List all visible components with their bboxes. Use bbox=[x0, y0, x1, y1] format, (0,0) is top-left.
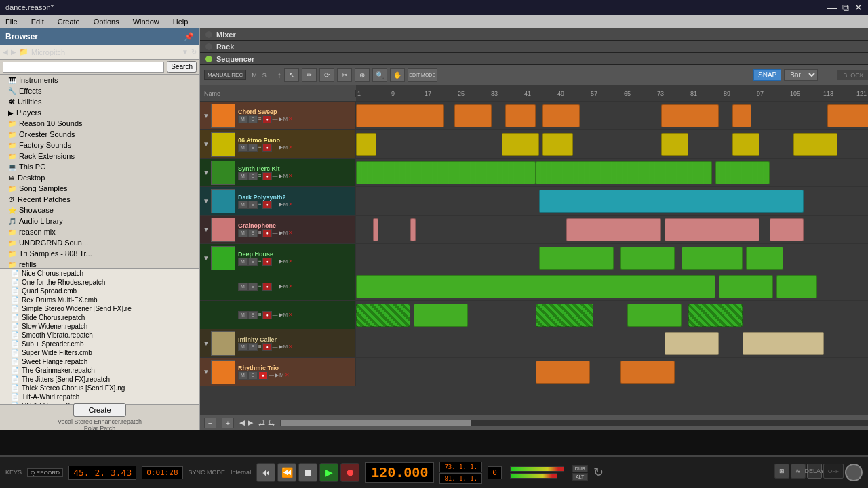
zoom-in-btn[interactable]: + bbox=[222, 418, 234, 428]
clip[interactable] bbox=[746, 247, 783, 270]
clip[interactable] bbox=[620, 361, 675, 384]
track-lane[interactable] bbox=[356, 272, 868, 300]
browser-pin-icon[interactable]: 📌 bbox=[184, 32, 194, 41]
track-vol-icon[interactable]: ≡ bbox=[258, 201, 262, 207]
nav-right-btn[interactable]: ▶ bbox=[248, 418, 253, 427]
track-fold-icon[interactable]: ▼ bbox=[203, 169, 210, 176]
track-solo-btn[interactable]: S bbox=[248, 343, 258, 351]
track-x[interactable]: ✕ bbox=[288, 144, 293, 150]
track-fold-icon[interactable]: ▼ bbox=[203, 226, 210, 233]
track-mute-label[interactable]: M bbox=[283, 230, 288, 236]
track-fold-icon[interactable]: ▼ bbox=[203, 112, 210, 119]
sidebar-item-showcase[interactable]: ⭐ Showcase bbox=[0, 205, 199, 216]
clip[interactable] bbox=[505, 104, 536, 127]
rack-title[interactable]: Rack bbox=[216, 43, 234, 51]
track-x[interactable]: ✕ bbox=[288, 230, 293, 236]
sidebar-item-factory[interactable]: 📁 Factory Sounds bbox=[0, 140, 199, 150]
rewind-to-start-btn[interactable]: ⏮ bbox=[256, 463, 275, 482]
transport-extra-btn2[interactable]: ≋ bbox=[791, 464, 806, 479]
track-vol-icon[interactable]: ≡ bbox=[258, 312, 262, 318]
clip[interactable] bbox=[536, 361, 590, 384]
dub-btn[interactable]: DUB bbox=[572, 465, 588, 472]
track-record-btn[interactable]: ● bbox=[258, 371, 268, 380]
track-mute-label[interactable]: M bbox=[283, 173, 288, 179]
clip[interactable] bbox=[536, 304, 593, 327]
menu-options[interactable]: Options bbox=[91, 18, 122, 26]
rack-toggle[interactable] bbox=[205, 43, 212, 50]
arrow-up-icon[interactable]: ↑ bbox=[277, 70, 281, 80]
track-x[interactable]: ✕ bbox=[288, 201, 293, 207]
tool-erase[interactable]: ⟳ bbox=[319, 68, 334, 82]
track-record-btn[interactable]: ● bbox=[262, 172, 272, 180]
track-mute-btn[interactable]: M bbox=[238, 283, 248, 291]
search-input[interactable] bbox=[3, 62, 164, 73]
maximize-btn[interactable]: ⧉ bbox=[842, 2, 849, 14]
location-refresh-icon[interactable]: ↻ bbox=[191, 48, 197, 56]
nav-left-btn[interactable]: ◀ bbox=[239, 418, 245, 427]
loop-btn[interactable]: ⇄ bbox=[258, 418, 265, 428]
block-mode-btn[interactable]: BLOCK bbox=[837, 70, 868, 81]
loop-icon[interactable]: ↻ bbox=[593, 465, 604, 480]
create-button[interactable]: Create bbox=[73, 403, 125, 417]
track-record-btn[interactable]: ● bbox=[262, 201, 272, 209]
track-fold-icon[interactable]: ▼ bbox=[203, 140, 210, 148]
track-record-btn[interactable]: ● bbox=[262, 229, 272, 237]
sidebar-item-song-samples[interactable]: 📁 Song Samples bbox=[0, 183, 199, 194]
track-mute-btn[interactable]: M bbox=[238, 371, 248, 380]
clip[interactable] bbox=[356, 133, 376, 156]
clip[interactable] bbox=[566, 218, 661, 241]
sidebar-item-tri-samples[interactable]: 📁 Tri Samples - 808 Tr... bbox=[0, 248, 199, 259]
sidebar-item-players[interactable]: ▶ Players bbox=[0, 107, 199, 118]
clip[interactable] bbox=[539, 190, 804, 213]
track-mute-label[interactable]: M bbox=[283, 144, 288, 150]
close-btn[interactable]: ✕ bbox=[854, 2, 863, 14]
track-fold-icon[interactable]: ▼ bbox=[203, 368, 210, 375]
loop2-btn[interactable]: ⇆ bbox=[268, 418, 275, 428]
file-item[interactable]: 📄 Slide Chorus.repatch bbox=[0, 313, 199, 322]
clip[interactable] bbox=[770, 218, 804, 241]
clip[interactable] bbox=[356, 161, 536, 184]
track-lane[interactable] bbox=[356, 130, 868, 158]
tool-edit-mode[interactable]: EDIT MODE bbox=[408, 68, 437, 82]
clip[interactable] bbox=[627, 304, 682, 327]
clip[interactable] bbox=[502, 133, 539, 156]
file-item[interactable]: 📄 One for the Rhodes.repatch bbox=[0, 278, 199, 287]
track-mute-label[interactable]: M bbox=[279, 372, 284, 378]
tool-hand[interactable]: ✋ bbox=[390, 68, 405, 82]
tool-zoom[interactable]: 🔍 bbox=[372, 68, 387, 82]
transport-extra-btn[interactable]: ⊞ bbox=[774, 464, 789, 479]
track-vol-icon[interactable]: ≡ bbox=[258, 173, 262, 179]
clip[interactable] bbox=[665, 332, 719, 355]
track-solo-btn[interactable]: S bbox=[248, 201, 258, 209]
menu-help[interactable]: Help bbox=[170, 18, 191, 26]
track-mute-btn[interactable]: M bbox=[238, 343, 248, 351]
zoom-out-btn[interactable]: − bbox=[204, 418, 216, 428]
track-mute-label[interactable]: M bbox=[283, 344, 288, 350]
file-item[interactable]: 📄 Simple Stereo Widener [Send FX].re bbox=[0, 304, 199, 313]
sidebar-item-rack-extensions[interactable]: 📁 Rack Extensions bbox=[0, 150, 199, 161]
track-record-btn[interactable]: ● bbox=[262, 283, 272, 291]
clip[interactable] bbox=[776, 275, 817, 298]
track-solo-btn[interactable]: S bbox=[248, 144, 258, 152]
track-solo-btn[interactable]: S bbox=[248, 172, 258, 180]
search-button[interactable]: Search bbox=[167, 61, 197, 73]
clip[interactable] bbox=[410, 218, 416, 241]
clip[interactable] bbox=[454, 104, 492, 127]
track-solo-btn[interactable]: S bbox=[248, 283, 258, 291]
track-mute-btn[interactable]: M bbox=[238, 115, 248, 123]
sidebar-item-utilities[interactable]: 🛠 Utilities bbox=[0, 96, 199, 107]
sidebar-item-effects[interactable]: 🔧 Effects bbox=[0, 85, 199, 96]
sidebar-item-refills[interactable]: 📁 refills bbox=[0, 259, 199, 268]
track-vol-icon[interactable]: ≡ bbox=[258, 283, 262, 289]
track-vol-icon[interactable]: ≡ bbox=[258, 230, 262, 236]
track-fold-icon[interactable]: ▼ bbox=[203, 197, 210, 205]
track-x[interactable]: ✕ bbox=[288, 283, 293, 289]
clip[interactable] bbox=[661, 133, 688, 156]
file-item[interactable]: 📄 The Jitters [Send FX].repatch bbox=[0, 375, 199, 384]
track-lane[interactable] bbox=[356, 358, 868, 386]
track-record-btn[interactable]: ● bbox=[262, 144, 272, 152]
sequencer-toggle[interactable] bbox=[205, 56, 212, 62]
track-record-btn[interactable]: ● bbox=[262, 115, 272, 123]
file-item[interactable]: 📄 Sweet Flange.repatch bbox=[0, 357, 199, 366]
clip[interactable] bbox=[373, 218, 378, 241]
